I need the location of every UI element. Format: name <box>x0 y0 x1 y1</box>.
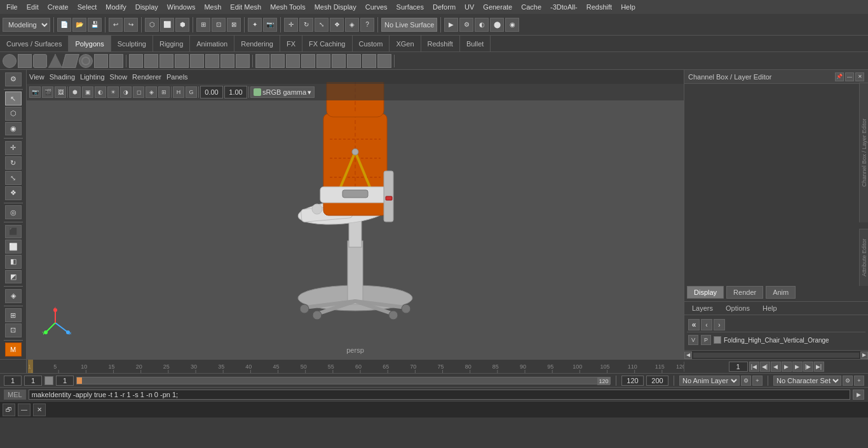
menu-cache[interactable]: Cache <box>517 2 545 12</box>
right-tab-render[interactable]: Render <box>726 286 763 299</box>
menu-help[interactable]: Help <box>617 2 639 12</box>
viewport-3d[interactable]: View Shading Lighting Show Renderer Pane… <box>27 70 684 359</box>
vp-xray-btn[interactable]: ◻ <box>133 86 144 98</box>
plane-btn[interactable] <box>62 54 79 68</box>
menu-file[interactable]: File <box>3 2 22 12</box>
xform-btn[interactable]: ✦ <box>248 18 262 32</box>
right-tab-display[interactable]: Display <box>687 286 724 299</box>
rotate-btn[interactable]: ↻ <box>299 18 313 32</box>
tab-animation[interactable]: Animation <box>190 36 234 52</box>
right-scrollbar[interactable]: ◀ ▶ <box>684 350 868 359</box>
colorspace-display[interactable]: sRGB gamma ▾ <box>250 86 315 98</box>
render-view-btn[interactable]: ⬤ <box>490 18 504 32</box>
menu-3dtall[interactable]: -3DtoAll- <box>546 2 581 12</box>
menu-display[interactable]: Display <box>132 2 162 12</box>
cone-btn[interactable] <box>48 54 62 68</box>
vp-image-btn[interactable]: 🖼 <box>55 86 66 98</box>
end-frame-input[interactable] <box>621 376 644 386</box>
separate-btn[interactable] <box>144 54 158 68</box>
scroll-left-btn[interactable]: ◀ <box>684 351 692 359</box>
tab-sculpting[interactable]: Sculpting <box>111 36 153 52</box>
vp-shading-menu[interactable]: Shading <box>50 73 75 81</box>
tab-fx-caching[interactable]: FX Caching <box>302 36 352 52</box>
vp-hudcam-btn[interactable]: H <box>173 86 184 98</box>
vp-isolate2-btn[interactable]: ◈ <box>146 86 157 98</box>
vp-view-menu[interactable]: View <box>29 73 44 81</box>
attribute-editor-side-label[interactable]: Attribute Editor <box>860 229 868 286</box>
grid2-btn[interactable]: ⊡ <box>5 323 22 337</box>
snap-curve-btn[interactable]: ⊡ <box>212 18 226 32</box>
wedge-btn[interactable] <box>377 54 391 68</box>
pyramid-btn[interactable] <box>109 54 123 68</box>
tab-rendering[interactable]: Rendering <box>234 36 280 52</box>
prev-frame-btn[interactable]: ◀ <box>771 362 781 372</box>
rotate-tool-btn[interactable]: ↻ <box>5 156 22 170</box>
vp-camera-btn[interactable]: 📷 <box>29 86 41 98</box>
quadrangulate-btn[interactable] <box>220 54 234 68</box>
scale-btn[interactable]: ⤡ <box>315 18 329 32</box>
layer-playback-btn[interactable]: P <box>701 335 711 345</box>
boolean-btn[interactable] <box>175 54 189 68</box>
window-close-btn[interactable]: ✕ <box>33 404 46 416</box>
menu-surfaces[interactable]: Surfaces <box>393 2 428 12</box>
triangulate-btn[interactable] <box>205 54 219 68</box>
cube-btn[interactable] <box>18 54 32 68</box>
smooth-btn[interactable] <box>190 54 204 68</box>
menu-generate[interactable]: Generate <box>479 2 516 12</box>
right-tab-anim[interactable]: Anim <box>766 286 796 299</box>
select-tool-btn[interactable]: ↖ <box>5 92 22 105</box>
scroll-right-btn[interactable]: ▶ <box>860 351 868 359</box>
tab-bullet[interactable]: Bullet <box>460 36 491 52</box>
new-scene-btn[interactable]: 📄 <box>57 18 71 32</box>
settings-btn[interactable]: ⚙ <box>5 72 22 86</box>
vp-shadow-btn[interactable]: ◑ <box>120 86 132 98</box>
universal-btn[interactable]: ❖ <box>330 18 344 32</box>
textured-btn[interactable]: ◩ <box>5 270 22 284</box>
fill-hole-btn[interactable] <box>236 54 250 68</box>
torus-btn[interactable] <box>79 54 93 68</box>
anim-layer-settings-btn[interactable]: ⚙ <box>741 376 751 386</box>
vp-sel-btn[interactable]: ⬢ <box>69 86 81 98</box>
layer-fwd-btn[interactable]: › <box>714 319 725 330</box>
current-frame-input[interactable] <box>729 362 748 372</box>
go-end-btn[interactable]: ▶| <box>814 362 824 372</box>
vp-light-btn[interactable]: ☀ <box>107 86 119 98</box>
menu-redshift[interactable]: Redshift <box>583 2 616 12</box>
menu-edit-mesh[interactable]: Edit Mesh <box>226 2 265 12</box>
right-subtab-help[interactable]: Help <box>757 303 782 313</box>
cylinder-btn[interactable] <box>33 54 47 68</box>
frame-range-input[interactable] <box>56 376 74 386</box>
play-btn[interactable]: ▶ <box>782 362 792 372</box>
rp-minimize-btn[interactable]: — <box>845 72 854 81</box>
split-btn[interactable] <box>316 54 330 68</box>
lasso-select-btn[interactable]: ⬡ <box>5 107 22 121</box>
undo-btn[interactable]: ↩ <box>109 18 123 32</box>
bridge-btn[interactable] <box>271 54 285 68</box>
menu-curves[interactable]: Curves <box>362 2 391 12</box>
poke-btn[interactable] <box>362 54 376 68</box>
character-set-settings-btn[interactable]: ⚙ <box>843 376 853 386</box>
menu-mesh-tools[interactable]: Mesh Tools <box>266 2 309 12</box>
snap-point-btn[interactable]: ⊠ <box>227 18 241 32</box>
script-execute-btn[interactable]: ▶ <box>853 390 864 400</box>
redo-btn[interactable]: ↪ <box>124 18 138 32</box>
extrude-btn[interactable] <box>255 54 269 68</box>
move-btn[interactable]: ✛ <box>284 18 298 32</box>
next-frame-btn[interactable]: ▶ <box>792 362 803 372</box>
menu-deform[interactable]: Deform <box>429 2 459 12</box>
command-input[interactable] <box>29 390 850 400</box>
menu-edit[interactable]: Edit <box>23 2 43 12</box>
move-tool-btn[interactable]: ✛ <box>5 141 22 155</box>
layer-back-btn[interactable]: ‹ <box>701 319 712 330</box>
vp-grid2-btn[interactable]: G <box>186 86 197 98</box>
vp-shading2-btn[interactable]: ◐ <box>95 86 106 98</box>
extract-btn[interactable] <box>159 54 173 68</box>
paint-btn[interactable]: ⬢ <box>175 18 189 32</box>
menu-mesh[interactable]: Mesh <box>200 2 225 12</box>
vp-scale-input[interactable] <box>224 86 247 98</box>
cut-btn[interactable] <box>332 54 346 68</box>
shaded-btn[interactable]: ◧ <box>5 255 22 269</box>
window-icon-1[interactable]: 🗗 <box>3 404 15 416</box>
tab-xgen[interactable]: XGen <box>390 36 421 52</box>
timeline-scrubber[interactable]: 120 <box>76 377 611 384</box>
